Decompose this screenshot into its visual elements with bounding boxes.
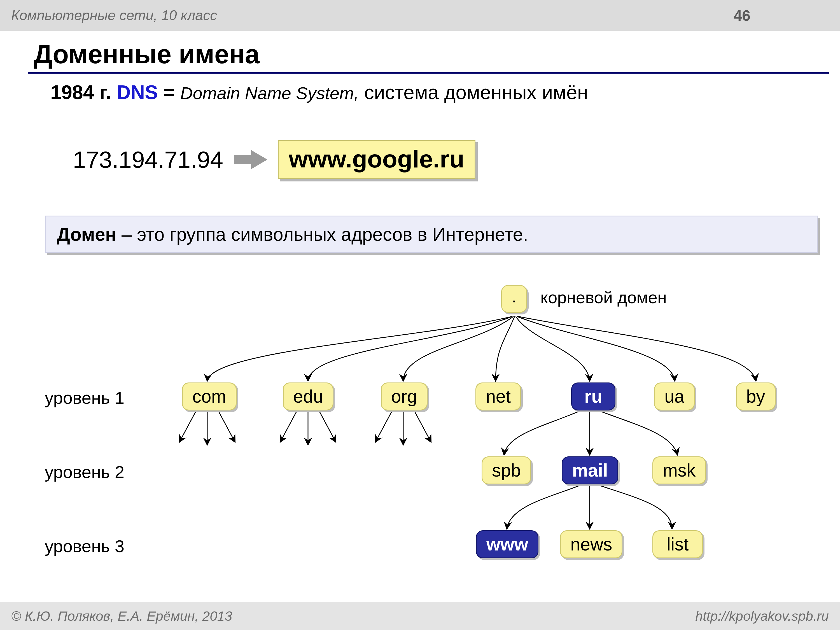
node-www: www (476, 531, 538, 558)
arrow-right-icon (234, 148, 268, 171)
header-topic: Компьютерные сети, 10 класс (11, 7, 734, 24)
slide-title: Доменные имена (33, 39, 260, 69)
dns-fullname-en: Domain Name System, (180, 84, 359, 103)
svg-marker-0 (234, 150, 267, 169)
footer-url: http://kpolyakov.spb.ru (695, 608, 829, 624)
footer-copyright: © К.Ю. Поляков, Е.А. Ерёмин, 2013 (11, 608, 232, 624)
hostname-box: www.google.ru (278, 140, 475, 179)
node-msk: msk (652, 456, 706, 485)
node-list: list (652, 531, 703, 558)
title-underline (28, 72, 829, 74)
ip-address: 173.194.71.94 (73, 146, 223, 173)
node-org: org (381, 382, 428, 411)
year-text: 1984 г. (51, 82, 111, 103)
dns-fullname-ru: система доменных имён (364, 82, 588, 103)
definition-box: Домен – это группа символьных адресов в … (45, 216, 818, 253)
equals-text: = (163, 82, 180, 103)
node-ua: ua (654, 382, 695, 411)
node-spb: spb (482, 456, 531, 485)
dns-definition-line: 1984 г. DNS = Domain Name System, систем… (51, 81, 588, 104)
node-com: com (182, 382, 237, 411)
page-number: 46 (734, 7, 829, 24)
tree-edges (0, 277, 840, 597)
definition-term: Домен (57, 224, 117, 245)
node-mail: mail (562, 456, 618, 485)
node-news: news (560, 531, 622, 558)
node-ru: ru (571, 382, 616, 411)
node-by: by (736, 382, 775, 411)
node-net: net (475, 382, 521, 411)
dns-acronym: DNS (117, 82, 158, 103)
node-root: . (501, 285, 527, 313)
node-edu: edu (283, 382, 333, 411)
definition-text: – это группа символьных адресов в Интерн… (117, 224, 528, 245)
